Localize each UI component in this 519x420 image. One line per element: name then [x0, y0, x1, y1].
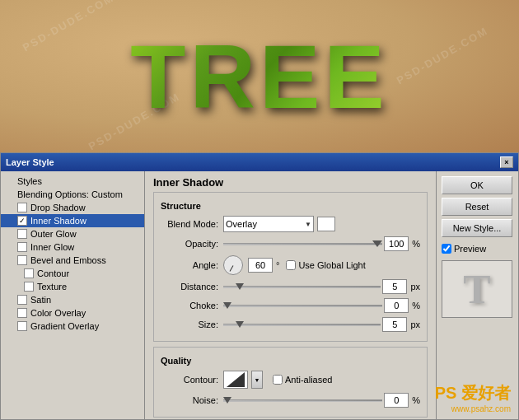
contour-dropdown-btn[interactable]: ▼ — [251, 371, 263, 389]
inner-glow-label: Inner Glow — [30, 242, 74, 252]
size-track-line — [223, 324, 381, 326]
section-title: Inner Shadow — [153, 176, 428, 189]
noise-unit: % — [412, 395, 420, 405]
noise-track-line — [223, 399, 382, 402]
opacity-slider[interactable] — [223, 239, 382, 249]
contour-preview[interactable] — [223, 371, 248, 389]
sidebar-item-bevel-emboss[interactable]: Bevel and Emboss — [1, 254, 144, 267]
drop-shadow-checkbox[interactable] — [17, 203, 27, 212]
choke-value[interactable]: 0 — [384, 298, 409, 313]
distance-track — [223, 282, 381, 292]
new-style-button[interactable]: New Style... — [442, 219, 512, 237]
quality-section: Quality Contour: ▼ — [153, 347, 428, 418]
sidebar-item-satin[interactable]: Satin — [1, 293, 144, 306]
opacity-unit: % — [412, 239, 420, 249]
opacity-row: Opacity: 100 % — [161, 236, 420, 251]
inner-shadow-checkbox[interactable]: ✓ — [17, 216, 27, 226]
noise-label: Noise: — [161, 395, 218, 405]
preview-label[interactable]: Preview — [442, 244, 513, 254]
distance-label: Distance: — [161, 282, 218, 292]
size-label: Size: — [161, 320, 218, 329]
sidebar-item-texture[interactable]: Texture — [1, 280, 144, 293]
opacity-track-line — [223, 243, 382, 245]
blend-mode-dropdown[interactable]: Overlay ▼ — [223, 216, 314, 232]
gradient-overlay-label: Gradient Overlay — [30, 321, 99, 331]
blend-mode-row: Blend Mode: Overlay ▼ — [161, 216, 420, 232]
gradient-overlay-checkbox[interactable] — [17, 321, 27, 331]
texture-label: Texture — [37, 282, 67, 292]
preview-checkbox[interactable] — [442, 244, 451, 254]
ok-button[interactable]: OK — [442, 176, 512, 194]
anti-aliased-container[interactable]: Anti-aliased — [273, 375, 332, 385]
sidebar-item-styles[interactable]: Styles — [1, 175, 144, 188]
blend-mode-label: Blend Mode: — [161, 219, 218, 229]
sidebar-item-color-overlay[interactable]: Color Overlay — [1, 306, 144, 320]
noise-slider[interactable] — [223, 395, 382, 405]
center-panel: Inner Shadow Structure Blend Mode: Overl… — [145, 171, 436, 419]
size-track — [223, 320, 381, 329]
watermark-1: PSD-DUDE.COM — [21, 0, 116, 54]
contour-label: Contour — [37, 268, 69, 278]
sidebar-item-inner-shadow[interactable]: ✓ Inner Shadow — [1, 214, 144, 227]
dialog-title: Layer Style — [6, 157, 54, 167]
structure-section: Structure Blend Mode: Overlay ▼ Opacity: — [153, 192, 428, 342]
opacity-track — [223, 239, 382, 249]
sidebar-item-blending[interactable]: Blending Options: Custom — [1, 188, 144, 201]
angle-dial[interactable] — [223, 255, 243, 275]
outer-glow-checkbox[interactable] — [17, 229, 27, 239]
distance-slider[interactable] — [223, 282, 381, 292]
texture-checkbox[interactable] — [24, 282, 34, 292]
choke-track-line — [223, 305, 382, 307]
inner-shadow-label: Inner Shadow — [30, 216, 86, 226]
structure-title: Structure — [161, 201, 420, 211]
sidebar-item-inner-glow[interactable]: Inner Glow — [1, 240, 144, 254]
noise-value[interactable]: 0 — [384, 393, 409, 408]
angle-unit: ° — [276, 260, 279, 270]
preview-text: Preview — [454, 244, 486, 254]
anti-aliased-text: Anti-aliased — [285, 375, 332, 385]
close-button[interactable]: × — [500, 156, 513, 168]
sidebar-item-gradient-overlay[interactable]: Gradient Overlay — [1, 320, 144, 333]
ps-site: www.psahz.com — [451, 404, 511, 413]
anti-aliased-checkbox[interactable] — [273, 375, 283, 385]
contour-checkbox[interactable] — [24, 268, 34, 278]
color-overlay-checkbox[interactable] — [17, 308, 27, 318]
choke-slider[interactable] — [223, 301, 382, 310]
angle-label: Angle: — [161, 260, 218, 270]
layer-style-dialog: Layer Style × Styles Blending Options: C… — [0, 152, 519, 420]
use-global-light-checkbox[interactable] — [286, 260, 296, 270]
bevel-emboss-checkbox[interactable] — [17, 255, 27, 265]
choke-row: Choke: 0 % — [161, 298, 420, 313]
size-value[interactable]: 5 — [382, 317, 407, 332]
drop-shadow-label: Drop Shadow — [30, 203, 86, 212]
quality-title: Quality — [161, 356, 420, 366]
sidebar-item-outer-glow[interactable]: Outer Glow — [1, 227, 144, 240]
ps-label: PS 爱好者 — [435, 382, 511, 404]
use-global-light-label[interactable]: Use Global Light — [286, 260, 365, 270]
distance-value[interactable]: 5 — [382, 279, 407, 294]
quality-box: Quality Contour: ▼ — [153, 347, 428, 418]
blending-label: Blending Options: Custom — [17, 189, 123, 199]
distance-unit: px — [410, 282, 420, 292]
sidebar-item-drop-shadow[interactable]: Drop Shadow — [1, 201, 144, 214]
svg-marker-0 — [227, 372, 245, 387]
inner-glow-checkbox[interactable] — [17, 242, 27, 252]
color-overlay-label: Color Overlay — [30, 308, 86, 318]
angle-row: Angle: 60 ° Use Global Light — [161, 255, 420, 275]
sidebar-item-contour[interactable]: Contour — [1, 267, 144, 280]
angle-value[interactable]: 60 — [248, 258, 273, 273]
satin-label: Satin — [30, 295, 51, 305]
blend-color-swatch[interactable] — [317, 217, 335, 231]
choke-unit: % — [412, 301, 420, 310]
opacity-value[interactable]: 100 — [384, 236, 409, 251]
satin-checkbox[interactable] — [17, 295, 27, 305]
styles-label: Styles — [17, 176, 42, 186]
size-unit: px — [410, 320, 420, 329]
noise-row: Noise: 0 % — [161, 393, 420, 408]
dialog-titlebar: Layer Style × — [1, 153, 518, 171]
blend-mode-value: Overlay — [226, 219, 257, 229]
reset-button[interactable]: Reset — [442, 198, 512, 216]
size-slider[interactable] — [223, 320, 381, 329]
distance-row: Distance: 5 px — [161, 279, 420, 294]
choke-label: Choke: — [161, 301, 218, 310]
